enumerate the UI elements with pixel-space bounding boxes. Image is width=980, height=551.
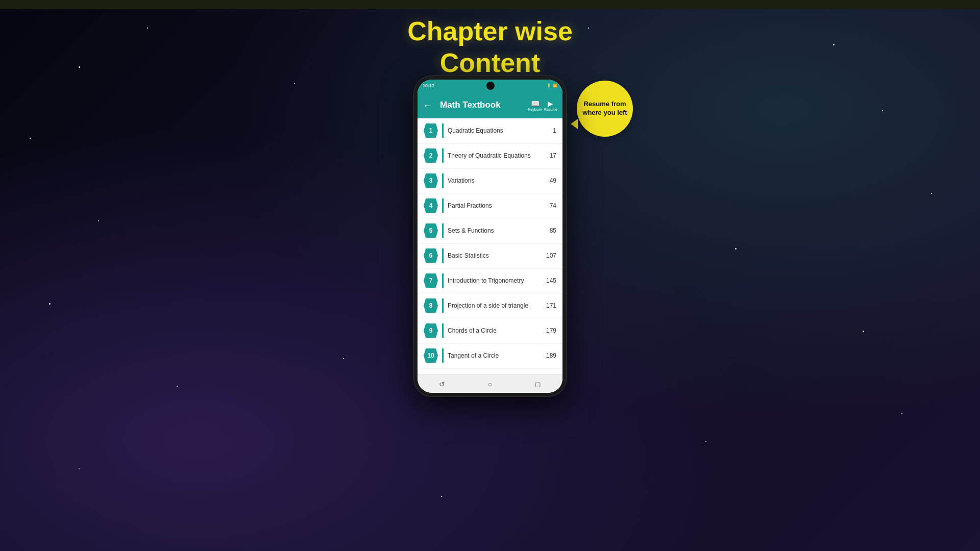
chapter-number: 9	[424, 323, 438, 338]
chapter-name: Variations	[448, 177, 548, 184]
chapter-divider	[442, 148, 444, 163]
chapter-name: Sets & Functions	[448, 227, 548, 234]
status-bar: 10:17 🔋 📶	[418, 80, 562, 92]
status-time: 10:17	[423, 83, 434, 88]
phone-wrapper: Resume from where you left 10:17 🔋 📶 ← M…	[413, 76, 567, 397]
chapter-page: 189	[546, 352, 556, 359]
keybook-label: Keybook	[528, 108, 542, 111]
chapter-page: 107	[546, 252, 556, 259]
chapter-item[interactable]: 2 Theory of Quadratic Equations 17	[418, 143, 562, 168]
status-notch	[486, 82, 495, 90]
chapter-name: Quadratic Equations	[448, 127, 551, 134]
nav-recent-button[interactable]: ◻	[535, 380, 541, 388]
resume-bubble[interactable]: Resume from where you left	[577, 81, 633, 137]
keybook-icon: 📖	[531, 99, 540, 108]
chapter-page: 179	[546, 327, 556, 334]
chapter-page: 85	[550, 227, 556, 234]
resume-label: Resume	[544, 108, 557, 111]
chapter-item[interactable]: 5 Sets & Functions 85	[418, 218, 562, 243]
chapter-page: 17	[550, 152, 556, 159]
resume-text: Resume from where you left	[582, 100, 628, 117]
chapter-number: 10	[424, 348, 438, 363]
chapter-number: 8	[424, 298, 438, 313]
app-title: Math Textbook	[437, 100, 504, 110]
chapter-item[interactable]: 3 Variations 49	[418, 168, 562, 193]
chapter-item[interactable]: 6 Basic Statistics 107	[418, 243, 562, 268]
chapter-name: Tangent of a Circle	[448, 352, 544, 359]
chapter-number: 3	[424, 173, 438, 188]
chapter-name: Basic Statistics	[448, 252, 544, 259]
chapter-divider	[442, 123, 444, 138]
chapter-divider	[442, 323, 444, 338]
resume-button[interactable]: ▶ Resume	[544, 99, 557, 111]
chapter-name: Introduction to Trigonometry	[448, 277, 544, 284]
chapter-page: 145	[546, 277, 556, 284]
chapter-number: 5	[424, 223, 438, 238]
chapter-page: 49	[550, 177, 556, 184]
chapter-item[interactable]: 10 Tangent of a Circle 189	[418, 343, 562, 368]
page-title: Chapter wise Content	[0, 15, 980, 79]
chapter-item[interactable]: 8 Projection of a side of triangle 171	[418, 293, 562, 318]
chapter-divider	[442, 248, 444, 263]
chapter-number: 1	[424, 123, 438, 138]
chapter-divider	[442, 198, 444, 213]
chapter-divider	[442, 223, 444, 238]
nav-back-button[interactable]: ↺	[439, 380, 445, 388]
chapter-name: Chords of a Circle	[448, 327, 544, 334]
chapter-list: 1 Quadratic Equations 1 2 Theory of Quad…	[418, 118, 562, 374]
chapter-divider	[442, 273, 444, 288]
phone-device: 10:17 🔋 📶 ← Math Textbook 📖 Keybook	[413, 76, 567, 397]
chapter-number: 6	[424, 248, 438, 263]
chapter-number: 2	[424, 148, 438, 163]
chapter-divider	[442, 173, 444, 188]
chapter-item[interactable]: 1 Quadratic Equations 1	[418, 118, 562, 143]
phone-screen: 10:17 🔋 📶 ← Math Textbook 📖 Keybook	[418, 80, 562, 393]
chapter-divider	[442, 298, 444, 313]
chapter-page: 74	[550, 202, 556, 209]
app-header: ← Math Textbook 📖 Keybook ▶ Resume	[418, 92, 562, 118]
chapter-page: 171	[546, 302, 556, 309]
top-bar	[0, 0, 980, 9]
chapter-item[interactable]: 7 Introduction to Trigonometry 145	[418, 268, 562, 293]
resume-icon: ▶	[548, 99, 553, 108]
battery-icon: 🔋	[547, 84, 551, 88]
chapter-divider	[442, 348, 444, 363]
phone-nav: ↺ ○ ◻	[418, 374, 562, 393]
nav-home-button[interactable]: ○	[488, 380, 492, 388]
chapter-number: 4	[424, 198, 438, 213]
signal-icon: 📶	[553, 84, 557, 88]
chapter-name: Projection of a side of triangle	[448, 302, 544, 309]
chapter-item[interactable]: 9 Chords of a Circle 179	[418, 318, 562, 343]
chapter-name: Theory of Quadratic Equations	[448, 152, 548, 159]
header-icons: 📖 Keybook ▶ Resume	[528, 99, 557, 111]
back-button[interactable]: ←	[423, 99, 433, 111]
keybook-button[interactable]: 📖 Keybook	[528, 99, 542, 111]
status-icons: 🔋 📶	[547, 84, 557, 88]
chapter-number: 7	[424, 273, 438, 288]
chapter-page: 1	[553, 127, 556, 134]
chapter-name: Partial Fractions	[448, 202, 548, 209]
chapter-item[interactable]: 4 Partial Fractions 74	[418, 193, 562, 218]
